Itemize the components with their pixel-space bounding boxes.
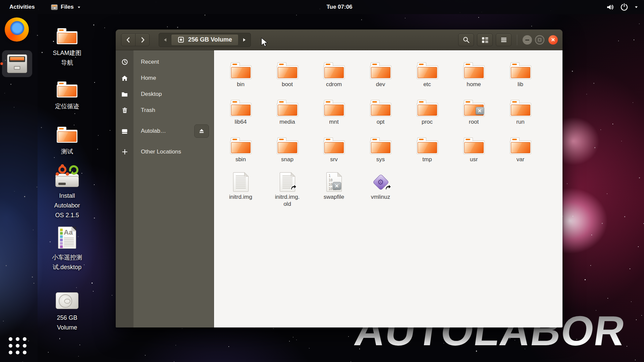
desktop-icon[interactable]: Aa小车遥控测 试.desktop (40, 227, 95, 272)
folder-icon (417, 60, 438, 79)
system-status-area[interactable] (606, 0, 639, 14)
file-name: dev (376, 81, 385, 88)
file-name: root (469, 118, 479, 125)
files-launcher[interactable] (2, 50, 32, 77)
folder-icon (370, 135, 391, 154)
power-icon (620, 3, 628, 11)
file-name: sbin (235, 156, 246, 163)
files-grid: binbootcdromdevetchomeliblib64mediamntop… (214, 50, 562, 327)
minimize-button[interactable] (523, 35, 532, 45)
file-name: lib (518, 81, 523, 88)
desktop-icon[interactable]: SLAM建图 导航 (40, 28, 95, 68)
sidebar-item-label: Home (133, 75, 156, 81)
view-list-icon (481, 36, 489, 44)
file-item[interactable]: tmp (404, 135, 450, 172)
file-item[interactable]: dev (357, 60, 404, 97)
file-item[interactable]: mnt (311, 97, 357, 135)
file-item[interactable]: lib64 (217, 97, 264, 135)
folder-icon (463, 60, 485, 79)
clock[interactable]: Tue 07:06 (326, 0, 352, 14)
search-button[interactable] (458, 34, 474, 46)
folder-icon (463, 135, 485, 154)
file-text-icon (233, 172, 249, 192)
file-item[interactable]: 1 10 101 1010✕swapfile (311, 172, 357, 210)
folder-icon (510, 135, 531, 154)
eject-button[interactable] (194, 124, 209, 138)
desktop-icon[interactable]: 256 GB Volume (40, 292, 95, 333)
plus-icon (116, 148, 133, 155)
file-name: tmp (422, 156, 432, 163)
file-item[interactable]: sys (357, 135, 404, 172)
activities-button[interactable]: Activities (8, 0, 36, 14)
file-item[interactable]: sbin (217, 135, 264, 172)
sidebar-item-autolab-volume[interactable]: Autolab… (116, 123, 214, 139)
show-applications-button[interactable] (9, 337, 26, 354)
file-item[interactable]: etc (404, 60, 450, 97)
file-item[interactable]: run (497, 97, 544, 135)
folder-icon (230, 60, 252, 79)
file-item[interactable]: usr (450, 135, 497, 172)
firefox-launcher-icon[interactable] (5, 17, 29, 42)
file-item[interactable]: snap (264, 135, 311, 172)
file-item[interactable]: home (450, 60, 497, 97)
clock-icon (116, 59, 133, 65)
back-button[interactable] (121, 34, 136, 46)
sidebar-item-home[interactable]: Home (116, 70, 214, 86)
file-item[interactable]: initrd.img. old (264, 172, 311, 210)
folder-icon (230, 97, 252, 117)
file-item[interactable]: ✕root (450, 97, 497, 135)
file-item[interactable]: srv (311, 135, 357, 172)
trash-icon (116, 107, 133, 114)
file-name: bin (237, 81, 245, 88)
hamburger-icon (500, 36, 507, 44)
file-name: lib64 (235, 118, 247, 125)
close-button[interactable]: ✕ (548, 35, 558, 45)
folder-icon: ✕ (463, 97, 485, 117)
history-navigation (121, 34, 150, 46)
desktop-icon[interactable]: 测试 (40, 127, 95, 157)
drive-icon (56, 292, 78, 309)
file-item[interactable]: opt (357, 97, 404, 135)
file-name: initrd.img. old (275, 193, 300, 207)
titlebar[interactable]: 256 GB Volume (116, 29, 562, 50)
folder-icon (323, 135, 345, 154)
folder-icon (277, 97, 298, 117)
maximize-button[interactable] (535, 35, 544, 45)
file-item[interactable]: media (264, 97, 311, 135)
sidebar-item-desktop[interactable]: Desktop (116, 86, 214, 102)
tab-right-arrow[interactable] (238, 38, 250, 42)
file-item[interactable]: var (497, 135, 544, 172)
file-item[interactable]: initrd.img (217, 172, 264, 210)
file-item[interactable]: proc (404, 97, 450, 135)
sidebar-item-label: Other Locations (133, 148, 181, 155)
path-bar: 256 GB Volume (159, 33, 251, 47)
file-name: initrd.img (229, 193, 252, 200)
app-menu-label: Files (61, 4, 74, 10)
no-access-emblem: ✕ (333, 182, 341, 190)
no-access-emblem: ✕ (476, 107, 484, 115)
forward-button[interactable] (135, 34, 150, 46)
current-location-button[interactable]: 256 GB Volume (171, 34, 238, 46)
file-name: cdrom (326, 81, 342, 88)
file-item[interactable]: ⚙vmlinuz (357, 172, 404, 210)
sidebar-item-trash[interactable]: Trash (116, 102, 214, 118)
window-body: RecentHomeDesktopTrashAutolab…Other Loca… (116, 50, 562, 327)
symlink-emblem (384, 183, 392, 191)
app-menu-button[interactable]: Files (51, 0, 81, 14)
folder-icon (57, 81, 77, 98)
view-toggle-button[interactable] (477, 34, 493, 46)
file-item[interactable]: lib (497, 60, 544, 97)
menu-button[interactable] (496, 34, 512, 46)
desktop-icon[interactable]: 定位循迹 (40, 81, 95, 111)
file-name: media (279, 118, 295, 125)
running-indicator (0, 62, 3, 65)
tab-left-arrow[interactable] (160, 38, 171, 42)
file-item[interactable]: cdrom (311, 60, 357, 97)
file-name: srv (330, 156, 338, 163)
desktop-icon[interactable]: Install Autolabor OS 2.1.5 (40, 165, 95, 220)
sidebar-item-recent[interactable]: Recent (116, 54, 214, 70)
file-item[interactable]: bin (217, 60, 264, 97)
desktop-icon-label: 测试 (61, 147, 73, 157)
sidebar-item-other-locations[interactable]: Other Locations (116, 144, 214, 160)
file-item[interactable]: boot (264, 60, 311, 97)
